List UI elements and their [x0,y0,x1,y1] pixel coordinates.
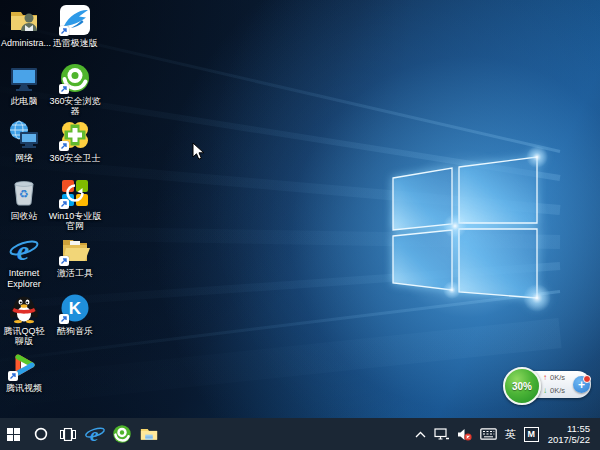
icon-label: 腾讯QQ轻聊版 [1,326,47,347]
shortcut-arrow-overlay [59,256,69,266]
touch-keyboard-icon [480,428,497,440]
clock-date: 2017/5/22 [548,434,590,446]
svg-text:K: K [69,299,82,318]
download-arrow-icon: ↓ [543,387,547,395]
taskbar-360-browser-button[interactable] [108,418,135,450]
icon-label: Administra... [1,38,47,49]
tray-volume-muted[interactable] [453,418,476,450]
desktop-icon-thunder[interactable]: 迅雷极速版 [47,4,103,62]
thunder-bird-icon [59,4,91,36]
icon-label: 酷狗音乐 [57,326,93,337]
search-circle-icon [34,427,48,441]
desktop-icon-network[interactable]: 网络 [1,119,47,177]
file-explorer-icon [139,424,159,444]
windows-start-icon [7,428,20,441]
desktop-icon-qq[interactable]: 腾讯QQ轻聊版 [1,292,47,350]
ime-mode-icon: M [524,427,539,442]
icon-label: 迅雷极速版 [53,38,98,49]
task-view-icon [60,428,76,441]
search-button[interactable] [27,418,54,450]
icon-label: 激活工具 [57,268,93,279]
360-guard-icon [59,119,91,151]
taskbar-buttons: e [0,418,162,450]
system-tray: 英 M 11:55 2017/5/22 [411,418,600,450]
svg-text:♻: ♻ [19,188,29,201]
this-pc-icon [8,62,40,94]
taskbar: e [0,418,600,450]
tencent-video-icon [8,349,40,381]
shortcut-arrow-overlay [59,84,69,94]
desktop-icon-360-guard[interactable]: 360安全卫士 [47,119,103,177]
icon-column-2: 迅雷极速版 360安全浏览器 [47,4,103,407]
icon-label: 此电脑 [11,96,38,107]
desktop-icon-activation-tool[interactable]: 激活工具 [47,234,103,292]
desktop-icon-administrator[interactable]: Administra... [1,4,47,62]
icon-label: Win10专业版官网 [47,211,103,232]
desktop-icon-this-pc[interactable]: 此电脑 [1,62,47,120]
activation-folder-icon [59,234,91,266]
administrator-folder-icon [8,4,40,36]
360-browser-icon [59,62,91,94]
shortcut-arrow-overlay [8,371,18,381]
shortcut-arrow-overlay [59,314,69,324]
tray-chevron-up[interactable] [411,418,430,450]
windows-desktop: Administra... 此电脑 [0,0,600,450]
task-view-button[interactable] [54,418,81,450]
notification-dot [583,375,591,383]
download-speed-value: 0K/s [550,387,565,395]
tray-touch-keyboard[interactable] [476,418,501,450]
tray-clock[interactable]: 11:55 2017/5/22 [543,418,596,450]
svg-text:e: e [17,235,29,266]
icon-label: 360安全浏览器 [47,96,103,117]
taskbar-ie-button[interactable]: e [81,418,108,450]
memory-percent: 30% [512,381,532,392]
360-browser-icon [112,424,132,444]
volume-muted-icon [457,428,472,441]
icon-label: 360安全卫士 [49,153,100,164]
icon-label: 网络 [15,153,33,164]
tray-network[interactable] [430,418,453,450]
icon-column-1: Administra... 此电脑 [1,4,47,407]
network-icon [8,119,40,151]
tray-ime-indicator[interactable]: M [520,418,543,450]
accelerate-plus-button[interactable]: + [573,376,590,393]
upload-speed-value: 0K/s [550,374,565,382]
memory-usage-ball[interactable]: 30% [503,367,541,405]
qq-penguin-icon [8,292,40,324]
desktop-icon-recycle-bin[interactable]: ♻ 回收站 [1,177,47,235]
svg-text:e: e [90,424,99,445]
desktop-icon-360-browser[interactable]: 360安全浏览器 [47,62,103,120]
internet-explorer-icon: e [8,234,40,266]
desktop-icon-tencent-video[interactable]: 腾讯视频 [1,349,47,407]
shortcut-arrow-overlay [59,199,69,209]
icon-label: Internet Explorer [1,268,47,289]
icon-label: 回收站 [11,211,38,222]
kugou-music-icon: K [59,292,91,324]
clock-time: 11:55 [567,423,590,435]
internet-explorer-icon: e [84,423,106,445]
recycle-bin-icon: ♻ [8,177,40,209]
chevron-up-icon [415,431,426,438]
desktop-icon-internet-explorer[interactable]: e Internet Explorer [1,234,47,292]
360-accelerator-ball-widget[interactable]: ↑ 0K/s ↓ 0K/s 30% + [503,367,593,405]
win10-logo-icon [59,177,91,209]
shortcut-arrow-overlay [59,26,69,36]
tray-language-indicator[interactable]: 英 [501,418,520,450]
upload-arrow-icon: ↑ [543,374,547,382]
icon-label: 腾讯视频 [6,383,42,394]
desktop-icon-kugou[interactable]: K 酷狗音乐 [47,292,103,350]
desktop-icon-win10-site[interactable]: Win10专业版官网 [47,177,103,235]
network-status-icon [434,428,449,441]
windows-logo-wallpaper [380,140,560,320]
desktop-icon-grid: Administra... 此电脑 [1,4,103,407]
start-button[interactable] [0,418,27,450]
file-explorer-button[interactable] [135,418,162,450]
shortcut-arrow-overlay [59,141,69,151]
